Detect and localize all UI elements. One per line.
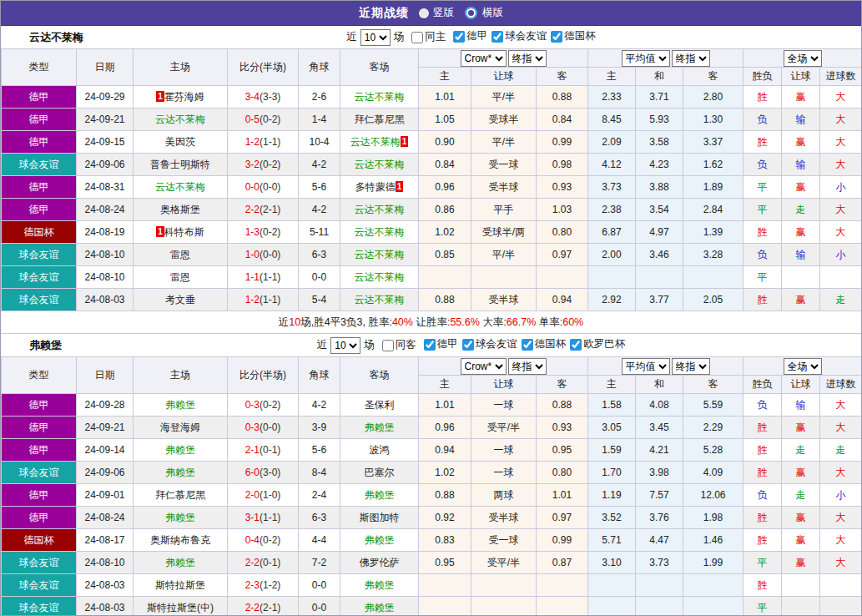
handicap-away-odds: 0.97 (537, 244, 588, 266)
match-row: 球会友谊24-08-03斯特拉斯堡(中)2-2(2-1)0-0弗赖堡平 (2, 597, 862, 616)
result-group-header: 全场 (744, 357, 862, 376)
handicap-home-odds: 1.01 (419, 394, 471, 417)
mode-vertical-radio[interactable]: 竖版 (419, 6, 454, 20)
section-header: 云达不莱梅 近 10 场 同主 德甲球会友谊德国杯 (1, 26, 861, 48)
same-venue-checkbox[interactable] (382, 340, 394, 351)
match-row: 德甲24-09-01拜仁慕尼黑2-0(1-0)2-4弗赖堡0.88两球1.011… (2, 484, 862, 507)
league-filter[interactable]: 球会友谊 (491, 29, 547, 43)
team-label: 霍芬海姆 (164, 91, 204, 103)
league-badge: 德甲 (2, 176, 77, 199)
league-checkbox[interactable] (522, 339, 533, 351)
avg-away-odds: 1.98 (683, 507, 744, 529)
radio-checked-icon[interactable] (419, 8, 429, 18)
avg-source-select[interactable]: 平均值 (622, 358, 670, 375)
full-time-score: 1-0 (245, 249, 260, 260)
handicap-away-odds: 1.03 (537, 199, 588, 221)
team-label: 普鲁士明斯特 (150, 159, 210, 170)
corner-score: 0-0 (299, 574, 340, 597)
result-handicap (782, 266, 820, 289)
team-label: 云达不莱梅 (355, 249, 405, 260)
odds-source-select[interactable]: Crow* (461, 358, 507, 375)
sub-goals-header: 进球数 (820, 68, 862, 86)
home-team: 雷恩 (134, 244, 228, 266)
handicap-line (471, 266, 537, 289)
handicap-home-odds: 0.95 (419, 552, 471, 574)
away-team: 云达不莱梅 (340, 199, 419, 221)
corner-score: 5-6 (299, 439, 340, 462)
match-score: 2-2(2-1) (228, 597, 299, 616)
scope-select[interactable]: 全场 (784, 358, 822, 375)
match-row: 球会友谊24-09-06弗赖堡6-0(3-0)8-4巴塞尔1.02一球0.801… (2, 462, 862, 484)
league-checkbox[interactable] (570, 339, 582, 351)
half-time-score: (1-1) (260, 512, 280, 523)
league-checkbox[interactable] (424, 339, 436, 351)
league-checkbox[interactable] (551, 31, 562, 43)
sub-res-handicap-header: 让球 (782, 376, 820, 394)
odds-kind-select[interactable]: 终指 (508, 50, 547, 67)
avg-draw-odds: 4.21 (636, 439, 683, 462)
avg-draw-odds: 4.97 (636, 221, 683, 244)
scope-select[interactable]: 全场 (784, 50, 822, 67)
corner-score: 4-2 (299, 154, 340, 176)
same-venue-checkbox[interactable] (411, 32, 423, 43)
league-filter[interactable]: 德国杯 (551, 29, 596, 43)
league-checkbox[interactable] (462, 339, 474, 351)
away-team: 多特蒙德1 (340, 176, 419, 199)
league-filter[interactable]: 德甲 (453, 29, 487, 43)
handicap-home-odds: 0.83 (419, 529, 471, 552)
league-checkbox[interactable] (453, 31, 465, 43)
result-handicap: 走 (782, 439, 820, 462)
avg-home-odds: 2.38 (588, 199, 636, 221)
result-handicap: 走 (782, 484, 820, 507)
result-handicap: 赢 (782, 417, 820, 439)
avg-kind-select[interactable]: 终指 (672, 50, 710, 67)
home-team: 弗赖堡 (134, 507, 228, 529)
odds-kind-select[interactable]: 终指 (508, 358, 547, 375)
home-team: 雷恩 (134, 266, 228, 289)
league-filter[interactable]: 球会友谊 (462, 337, 517, 351)
same-venue-label: 同主 (425, 30, 446, 44)
handicap-home-odds (419, 597, 471, 616)
team-name: 云达不莱梅 (29, 30, 83, 45)
games-count-select[interactable]: 10 (330, 337, 360, 354)
team-label: 拜仁慕尼黑 (155, 489, 205, 501)
col-home-header: 主场 (134, 357, 228, 394)
mode-horizontal-label: 横版 (482, 6, 503, 20)
league-filter[interactable]: 德国杯 (522, 337, 567, 351)
corner-score: 2-6 (299, 86, 340, 109)
summary-text: 单率: (536, 316, 562, 328)
match-date: 24-08-19 (77, 221, 134, 244)
avg-source-select[interactable]: 平均值 (622, 50, 670, 67)
avg-draw-odds: 3.76 (636, 507, 683, 529)
result-goals: 小 (820, 176, 862, 199)
result-handicap: 走 (782, 199, 820, 221)
result-outcome: 负 (744, 394, 782, 417)
same-venue-filter[interactable]: 同客 (382, 338, 416, 352)
handicap-line: 两球 (471, 484, 537, 507)
half-time-score: (0-0) (260, 422, 280, 433)
league-badge: 德甲 (2, 199, 77, 221)
match-row: 德甲24-09-291霍芬海姆3-4(3-3)2-6云达不莱梅1.01平/半0.… (2, 86, 862, 109)
full-time-score: 0-0 (245, 181, 260, 193)
league-filter[interactable]: 德甲 (424, 337, 458, 351)
league-checkbox[interactable] (491, 31, 503, 43)
same-venue-filter[interactable]: 同主 (411, 30, 446, 44)
team-label: 斯特拉斯堡 (155, 579, 205, 591)
team-label: 雷恩 (170, 249, 190, 260)
radio-unchecked-icon[interactable] (466, 8, 476, 18)
mode-horizontal-radio[interactable]: 横版 (464, 6, 503, 20)
full-time-score: 0-3 (245, 399, 260, 411)
result-outcome: 胜 (744, 529, 782, 552)
league-filter[interactable]: 欧罗巴杯 (570, 337, 625, 351)
result-goals: 走 (820, 439, 862, 462)
match-row: 球会友谊24-08-03斯特拉斯堡2-3(1-2)0-0弗赖堡胜 (2, 574, 862, 597)
handicap-line: 平/半 (471, 86, 537, 109)
games-count-select[interactable]: 10 (360, 29, 391, 46)
avg-kind-select[interactable]: 终指 (672, 358, 710, 375)
odds-source-select[interactable]: Crow* (461, 50, 507, 67)
league-badge: 球会友谊 (2, 597, 77, 616)
result-outcome: 胜 (744, 289, 782, 311)
handicap-home-odds: 0.96 (419, 176, 471, 199)
match-date: 24-08-03 (77, 597, 134, 616)
match-row: 德甲24-09-15美因茨1-2(1-1)10-4云达不莱梅10.90平/半0.… (2, 131, 862, 154)
